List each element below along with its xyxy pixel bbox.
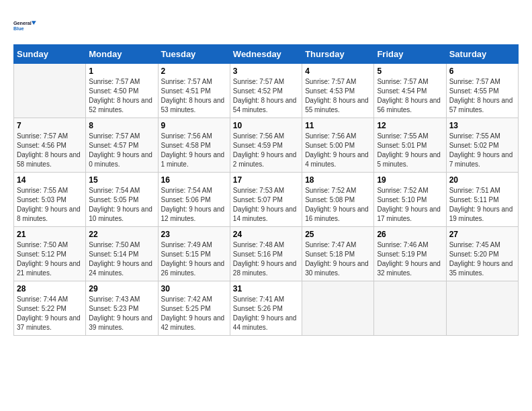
day-number: 7 [17,121,83,130]
day-number: 4 [305,66,371,76]
day-number: 19 [377,175,443,185]
day-number: 22 [89,230,154,239]
day-number: 17 [233,175,299,185]
logo-icon: GeneralBlue [13,13,38,38]
day-number: 16 [161,175,227,185]
calendar-cell: 10Sunrise: 7:56 AMSunset: 4:59 PMDayligh… [230,118,302,173]
calendar-cell: 13Sunrise: 7:55 AMSunset: 5:02 PMDayligh… [446,118,518,173]
calendar-cell: 16Sunrise: 7:54 AMSunset: 5:06 PMDayligh… [158,173,230,227]
calendar-cell: 7Sunrise: 7:57 AMSunset: 4:56 PMDaylight… [14,118,86,173]
weekday-header: Thursday [302,45,374,64]
calendar-cell: 22Sunrise: 7:50 AMSunset: 5:14 PMDayligh… [86,227,158,281]
calendar-cell: 20Sunrise: 7:51 AMSunset: 5:11 PMDayligh… [446,173,518,227]
calendar-cell: 12Sunrise: 7:55 AMSunset: 5:01 PMDayligh… [374,118,446,173]
day-number: 26 [377,230,443,239]
day-number: 13 [449,121,515,130]
calendar-cell: 30Sunrise: 7:42 AMSunset: 5:25 PMDayligh… [158,281,230,336]
svg-text:General: General [13,20,32,26]
day-info: Sunrise: 7:53 AMSunset: 5:07 PMDaylight:… [233,186,299,224]
day-number: 10 [233,121,299,130]
day-number: 18 [305,175,371,185]
day-number: 15 [89,175,154,185]
day-number: 6 [449,66,515,76]
calendar-cell: 5Sunrise: 7:57 AMSunset: 4:54 PMDaylight… [374,64,446,118]
calendar-week-row: 21Sunrise: 7:50 AMSunset: 5:12 PMDayligh… [14,227,519,281]
svg-marker-2 [32,21,36,25]
day-info: Sunrise: 7:57 AMSunset: 4:50 PMDaylight:… [89,77,154,115]
calendar-cell: 8Sunrise: 7:57 AMSunset: 4:57 PMDaylight… [86,118,158,173]
day-number: 9 [161,121,227,130]
day-info: Sunrise: 7:54 AMSunset: 5:06 PMDaylight:… [161,186,227,224]
day-info: Sunrise: 7:52 AMSunset: 5:10 PMDaylight:… [377,186,443,224]
logo: GeneralBlue [13,13,38,38]
day-number: 28 [17,284,83,293]
calendar-cell: 2Sunrise: 7:57 AMSunset: 4:51 PMDaylight… [158,64,230,118]
day-number: 1 [89,66,154,76]
weekday-header: Sunday [14,45,86,64]
day-number: 24 [233,230,299,239]
day-info: Sunrise: 7:55 AMSunset: 5:01 PMDaylight:… [377,132,443,169]
calendar-cell [14,64,86,118]
calendar-cell: 6Sunrise: 7:57 AMSunset: 4:55 PMDaylight… [446,64,518,118]
day-number: 20 [449,175,515,185]
day-info: Sunrise: 7:57 AMSunset: 4:56 PMDaylight:… [17,132,83,169]
calendar-cell: 25Sunrise: 7:47 AMSunset: 5:18 PMDayligh… [302,227,374,281]
calendar-cell: 24Sunrise: 7:48 AMSunset: 5:16 PMDayligh… [230,227,302,281]
day-number: 11 [305,121,371,130]
calendar-cell: 11Sunrise: 7:56 AMSunset: 5:00 PMDayligh… [302,118,374,173]
day-number: 14 [17,175,83,185]
calendar-cell: 1Sunrise: 7:57 AMSunset: 4:50 PMDaylight… [86,64,158,118]
calendar-cell: 15Sunrise: 7:54 AMSunset: 5:05 PMDayligh… [86,173,158,227]
calendar-cell: 17Sunrise: 7:53 AMSunset: 5:07 PMDayligh… [230,173,302,227]
day-info: Sunrise: 7:56 AMSunset: 4:58 PMDaylight:… [161,132,227,169]
day-number: 30 [161,284,227,293]
day-info: Sunrise: 7:57 AMSunset: 4:52 PMDaylight:… [233,77,299,115]
calendar-cell: 19Sunrise: 7:52 AMSunset: 5:10 PMDayligh… [374,173,446,227]
day-info: Sunrise: 7:44 AMSunset: 5:22 PMDaylight:… [17,295,83,332]
day-info: Sunrise: 7:55 AMSunset: 5:02 PMDaylight:… [449,132,515,169]
day-number: 31 [233,284,299,293]
weekday-header: Monday [86,45,158,64]
day-number: 29 [89,284,154,293]
svg-text:Blue: Blue [13,26,24,32]
day-info: Sunrise: 7:50 AMSunset: 5:14 PMDaylight:… [89,240,154,278]
day-info: Sunrise: 7:57 AMSunset: 4:54 PMDaylight:… [377,77,443,115]
weekday-row: SundayMondayTuesdayWednesdayThursdayFrid… [14,45,519,64]
calendar-cell: 27Sunrise: 7:45 AMSunset: 5:20 PMDayligh… [446,227,518,281]
day-info: Sunrise: 7:49 AMSunset: 5:15 PMDaylight:… [161,240,227,278]
day-number: 8 [89,121,154,130]
day-info: Sunrise: 7:57 AMSunset: 4:51 PMDaylight:… [161,77,227,115]
day-number: 25 [305,230,371,239]
calendar-cell: 29Sunrise: 7:43 AMSunset: 5:23 PMDayligh… [86,281,158,336]
calendar-cell: 18Sunrise: 7:52 AMSunset: 5:08 PMDayligh… [302,173,374,227]
calendar-cell: 9Sunrise: 7:56 AMSunset: 4:58 PMDaylight… [158,118,230,173]
day-info: Sunrise: 7:42 AMSunset: 5:25 PMDaylight:… [161,295,227,332]
day-number: 3 [233,66,299,76]
calendar-cell [446,281,518,336]
day-number: 12 [377,121,443,130]
calendar-week-row: 14Sunrise: 7:55 AMSunset: 5:03 PMDayligh… [14,173,519,227]
day-number: 23 [161,230,227,239]
calendar-cell: 28Sunrise: 7:44 AMSunset: 5:22 PMDayligh… [14,281,86,336]
calendar-cell: 14Sunrise: 7:55 AMSunset: 5:03 PMDayligh… [14,173,86,227]
calendar-body: 1Sunrise: 7:57 AMSunset: 4:50 PMDaylight… [14,64,519,336]
day-info: Sunrise: 7:48 AMSunset: 5:16 PMDaylight:… [233,240,299,278]
day-info: Sunrise: 7:45 AMSunset: 5:20 PMDaylight:… [449,240,515,278]
day-info: Sunrise: 7:47 AMSunset: 5:18 PMDaylight:… [305,240,371,278]
day-info: Sunrise: 7:57 AMSunset: 4:57 PMDaylight:… [89,132,154,169]
calendar-cell [302,281,374,336]
calendar-week-row: 28Sunrise: 7:44 AMSunset: 5:22 PMDayligh… [14,281,519,336]
calendar-cell [374,281,446,336]
day-number: 21 [17,230,83,239]
weekday-header: Tuesday [158,45,230,64]
calendar-cell: 31Sunrise: 7:41 AMSunset: 5:26 PMDayligh… [230,281,302,336]
day-info: Sunrise: 7:54 AMSunset: 5:05 PMDaylight:… [89,186,154,224]
calendar-week-row: 1Sunrise: 7:57 AMSunset: 4:50 PMDaylight… [14,64,519,118]
calendar-table: SundayMondayTuesdayWednesdayThursdayFrid… [13,44,519,336]
weekday-header: Wednesday [230,45,302,64]
weekday-header: Saturday [446,45,518,64]
calendar-cell: 26Sunrise: 7:46 AMSunset: 5:19 PMDayligh… [374,227,446,281]
header: GeneralBlue [13,13,519,38]
day-info: Sunrise: 7:52 AMSunset: 5:08 PMDaylight:… [305,186,371,224]
weekday-header: Friday [374,45,446,64]
